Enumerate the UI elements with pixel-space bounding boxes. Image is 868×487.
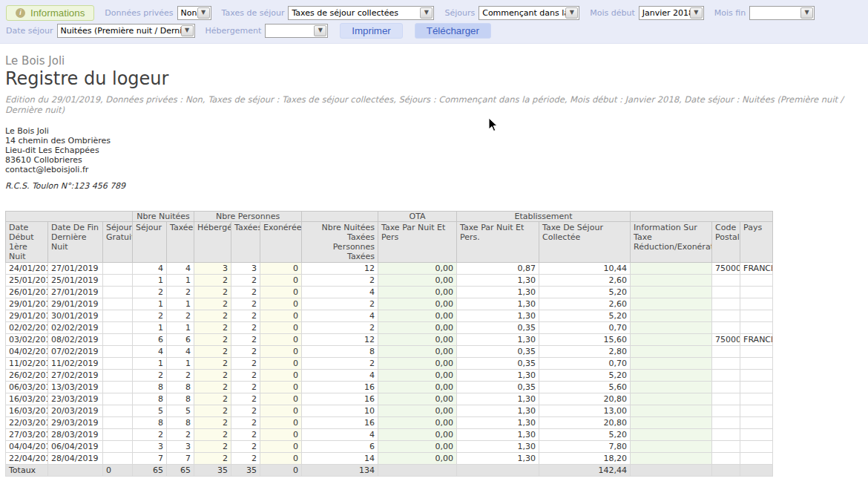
hebergement-select[interactable]: ▼	[265, 24, 328, 38]
table-cell: 0	[260, 310, 302, 322]
table-cell: 11/02/2019	[48, 358, 103, 370]
table-cell: 1,30	[457, 310, 539, 322]
donnees-privees-select[interactable]: Non ▼	[177, 6, 211, 20]
table-cell: 02/02/2019	[48, 322, 103, 334]
column-header-information-taxe: Information Sur Taxe Réduction/Exonérati…	[631, 222, 712, 263]
mois-debut-value: Janvier 2018	[640, 8, 690, 18]
chevron-down-icon: ▼	[690, 7, 703, 19]
mois-debut-select[interactable]: Janvier 2018 ▼	[639, 6, 704, 20]
totals-cell	[712, 465, 740, 477]
column-header-exonerees: Exonérées	[260, 222, 302, 263]
table-cell: 2	[194, 441, 231, 453]
table-cell: 0,00	[378, 382, 457, 393]
table-cell: 5,20	[539, 370, 631, 382]
table-cell: 16	[302, 417, 378, 429]
mois-fin-label: Mois fin	[714, 8, 746, 18]
table-cell: 2	[133, 287, 167, 298]
table-cell	[740, 441, 773, 453]
table-cell: 0,35	[457, 382, 539, 393]
table-cell: 3	[231, 263, 260, 275]
table-cell: 7,80	[539, 441, 631, 453]
informations-button[interactable]: i Informations	[6, 5, 94, 21]
table-row: 02/02/201902/02/20191122020,000,350,70	[6, 322, 773, 334]
address-line-3: 83610 Collobrieres	[5, 155, 868, 165]
table-cell: 4	[302, 310, 378, 322]
column-header-nuitees-taxees: Taxées	[167, 222, 194, 263]
group-header-ota: OTA	[378, 212, 457, 222]
table-cell: 29/01/2019	[6, 310, 48, 322]
table-cell: 26/02/2019	[6, 370, 48, 382]
table-cell	[712, 275, 740, 287]
table-cell: 0,00	[378, 275, 457, 287]
table-cell: 0,00	[378, 334, 457, 346]
mois-fin-select[interactable]: ▼	[749, 6, 815, 20]
table-cell: 8	[167, 417, 194, 429]
table-cell: 2	[194, 405, 231, 417]
table-cell: 06/04/2019	[48, 441, 103, 453]
column-header-taxe-collectee: Taxe De Séjour Collectée	[539, 222, 631, 263]
table-cell: 8	[167, 382, 194, 393]
totals-cell: 35	[194, 465, 231, 477]
date-sejour-select[interactable]: Nuitées (Première nuit / Dernière nuit) …	[57, 24, 195, 38]
table-cell: 2	[302, 322, 378, 334]
table-cell: 1	[133, 275, 167, 287]
table-cell: 3	[167, 441, 194, 453]
table-cell: 0,00	[378, 358, 457, 370]
table-cell: 4	[302, 370, 378, 382]
table-cell: 1	[133, 298, 167, 310]
edition-summary: Edition du 29/01/2019, Données privées :…	[5, 94, 868, 115]
table-cell	[712, 298, 740, 310]
table-cell: 2	[194, 429, 231, 441]
table-cell	[712, 382, 740, 393]
table-body: 24/01/201927/01/201944330120,000,8710,44…	[6, 263, 773, 465]
table-cell: 1	[167, 275, 194, 287]
table-cell: 0,00	[378, 370, 457, 382]
table-cell: 29/03/2019	[48, 417, 103, 429]
table-cell	[103, 346, 133, 358]
table-cell: 22/04/2019	[6, 453, 48, 465]
table-cell	[631, 453, 712, 465]
imprimer-button[interactable]: Imprimer	[340, 23, 403, 39]
table-cell: FRANCE	[740, 263, 773, 275]
totals-row: Totaux 0 65 65 35 35 0 134 142,44	[6, 465, 773, 477]
table-row: 16/03/201923/03/201988220160,001,3020,80	[6, 393, 773, 405]
sejours-select[interactable]: Commençant dans la période ▼	[479, 6, 579, 20]
table-cell: 27/01/2019	[48, 287, 103, 298]
table-cell: 1	[133, 358, 167, 370]
table-cell: 2	[167, 429, 194, 441]
table-cell: 0,00	[378, 298, 457, 310]
table-cell: 30/01/2019	[48, 310, 103, 322]
date-sejour-label: Date séjour	[6, 26, 53, 36]
table-cell: 2	[133, 310, 167, 322]
table-cell	[712, 417, 740, 429]
table-cell	[103, 441, 133, 453]
table-cell: 2,60	[539, 275, 631, 287]
donnees-privees-label: Données privées	[105, 8, 173, 18]
table-cell	[103, 310, 133, 322]
table-cell: 0,00	[378, 441, 457, 453]
table-cell: 10,44	[539, 263, 631, 275]
table-cell: 2	[133, 370, 167, 382]
table-cell: 13/03/2019	[48, 382, 103, 393]
table-cell: 1,30	[457, 275, 539, 287]
totals-cell: 65	[167, 465, 194, 477]
table-row: 04/02/201907/02/20194422080,000,352,80	[6, 346, 773, 358]
table-cell: 5,60	[539, 382, 631, 393]
chevron-down-icon: ▼	[420, 7, 433, 19]
table-cell	[103, 382, 133, 393]
report-header: Le Bois Joli Registre du logeur Edition …	[5, 54, 868, 115]
table-cell: 6	[133, 334, 167, 346]
telecharger-button[interactable]: Télécharger	[415, 23, 491, 39]
table-cell: 28/03/2019	[48, 429, 103, 441]
table-cell	[631, 441, 712, 453]
group-header-nbre-nuitees: Nbre Nuitées	[133, 212, 194, 222]
table-cell: 2	[194, 417, 231, 429]
table-cell	[103, 370, 133, 382]
taxes-sejour-select[interactable]: Taxes de séjour collectées ▼	[288, 6, 434, 20]
address-line-2: Lieu-dit Les Echappées	[5, 146, 868, 155]
totals-label: Totaux	[6, 465, 48, 477]
table-cell: 1,30	[457, 298, 539, 310]
table-cell: 12	[302, 263, 378, 275]
table-cell: 2	[231, 453, 260, 465]
table-row: 22/04/201928/04/201977220140,001,3018,20	[6, 453, 773, 465]
